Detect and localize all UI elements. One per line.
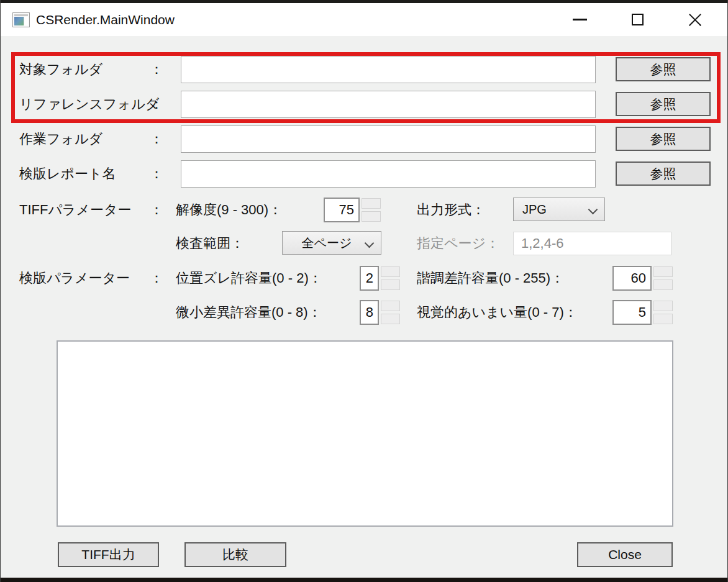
position-up-button[interactable] [381, 266, 400, 277]
row-tiff-params-1: TIFFパラメーター ： 解像度(9 - 300)： 出力形式： JPG [1, 198, 727, 222]
scan-range-label: 検査範囲： [176, 234, 244, 253]
micro-diff-label: 微小差異許容量(0 - 8)： [176, 303, 322, 322]
maximize-button[interactable] [619, 3, 656, 36]
close-window-button[interactable] [676, 3, 714, 36]
resolution-label: 解像度(9 - 300)： [176, 201, 282, 219]
kenpan-section-label: 検版パラメーター [19, 269, 130, 288]
target-folder-label: 対象フォルダ [19, 60, 102, 79]
page-spec-input[interactable] [513, 232, 671, 255]
tiff-section-label: TIFFパラメーター [19, 201, 132, 219]
visual-up-button[interactable] [653, 301, 673, 311]
close-button[interactable]: Close [577, 542, 673, 567]
target-folder-colon: ： [150, 60, 163, 79]
row-tiff-params-2: 検査範囲： 全ページ 指定ページ： [1, 231, 727, 256]
tone-up-button[interactable] [653, 266, 673, 277]
report-name-label: 検版レポート名 [19, 165, 116, 183]
visual-fuzz-input[interactable] [612, 300, 652, 325]
micro-diff-spinner [381, 301, 400, 324]
report-name-colon: ： [150, 165, 163, 183]
report-name-browse-button[interactable]: 参照 [616, 161, 711, 186]
tiff-section-colon: ： [150, 201, 163, 219]
visual-fuzz-spinner [653, 301, 673, 324]
close-icon [687, 12, 703, 28]
resolution-input[interactable] [324, 198, 360, 222]
app-icon-panel [24, 17, 28, 25]
target-folder-browse-button[interactable]: 参照 [616, 57, 711, 81]
window-title: CSRender.MainWindow [36, 3, 175, 36]
visual-down-button[interactable] [653, 314, 673, 324]
work-folder-input[interactable] [181, 125, 596, 153]
log-output-area[interactable] [57, 340, 673, 527]
resolution-up-button[interactable] [362, 198, 381, 209]
position-tolerance-spinner [381, 266, 400, 290]
main-window: CSRender.MainWindow 対象フォルダ ： 参照 リファレンスフォ… [0, 0, 728, 582]
position-down-button[interactable] [381, 280, 400, 290]
work-folder-browse-button[interactable]: 参照 [616, 127, 711, 151]
app-icon-titlebar [14, 14, 28, 16]
tone-tolerance-spinner [653, 266, 673, 290]
desktop-edge-bottom [1, 578, 727, 582]
micro-diff-input[interactable] [360, 300, 379, 325]
tiff-output-button[interactable]: TIFF出力 [58, 542, 159, 567]
reference-folder-colon: ： [150, 95, 163, 114]
row-work-folder: 作業フォルダ ： 参照 [1, 125, 727, 153]
scan-range-value: 全ページ [296, 235, 368, 252]
reference-folder-input[interactable] [181, 91, 596, 118]
minimize-icon [573, 19, 587, 20]
row-reference-folder: リファレンスフォルダ ： 参照 [1, 91, 727, 118]
position-tolerance-input[interactable] [360, 266, 379, 291]
reference-folder-label: リファレンスフォルダ [19, 95, 159, 114]
report-name-input[interactable] [181, 160, 596, 188]
output-format-select[interactable]: JPG [513, 198, 605, 221]
output-format-value: JPG [514, 202, 547, 217]
reference-folder-browse-button[interactable]: 参照 [616, 92, 711, 116]
resolution-down-button[interactable] [362, 211, 381, 222]
row-target-folder: 対象フォルダ ： 参照 [1, 56, 727, 83]
app-icon-image [14, 17, 24, 25]
page-spec-label: 指定ページ： [417, 234, 499, 253]
target-folder-input[interactable] [181, 56, 596, 83]
kenpan-section-colon: ： [150, 269, 163, 288]
maximize-icon [632, 14, 644, 25]
minimize-button[interactable] [561, 3, 598, 36]
row-kenpan-params-1: 検版パラメーター ： 位置ズレ許容量(0 - 2)： 諧調差許容量(0 - 25… [1, 266, 727, 291]
work-folder-colon: ： [150, 130, 163, 148]
scan-range-select[interactable]: 全ページ [282, 231, 381, 255]
resolution-spinner [362, 198, 381, 222]
tone-tolerance-input[interactable] [612, 266, 652, 291]
compare-button[interactable]: 比較 [184, 542, 286, 567]
chevron-down-icon [588, 205, 598, 215]
row-report-name: 検版レポート名 ： 参照 [1, 160, 727, 188]
micro-down-button[interactable] [381, 314, 400, 324]
visual-fuzz-label: 視覚的あいまい量(0 - 7)： [417, 303, 578, 322]
micro-up-button[interactable] [381, 301, 400, 311]
output-format-label: 出力形式： [417, 201, 485, 219]
tone-down-button[interactable] [653, 280, 673, 290]
tone-tolerance-label: 諧調差許容量(0 - 255)： [417, 269, 564, 288]
title-bar: CSRender.MainWindow [1, 3, 727, 36]
work-folder-label: 作業フォルダ [19, 130, 102, 148]
position-tolerance-label: 位置ズレ許容量(0 - 2)： [176, 269, 322, 288]
row-kenpan-params-2: 微小差異許容量(0 - 8)： 視覚的あいまい量(0 - 7)： [1, 300, 727, 325]
app-icon [12, 12, 30, 27]
